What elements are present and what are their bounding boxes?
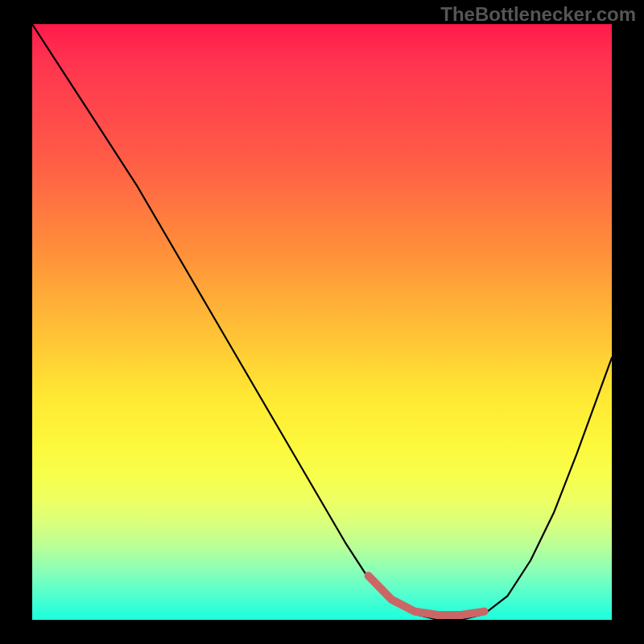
chart-svg	[32, 24, 612, 620]
highlight-marker	[369, 576, 485, 615]
plot-area	[32, 24, 612, 620]
data-curve	[32, 24, 612, 620]
chart-container: TheBottlenecker.com	[0, 0, 644, 644]
watermark-text: TheBottlenecker.com	[440, 3, 636, 26]
